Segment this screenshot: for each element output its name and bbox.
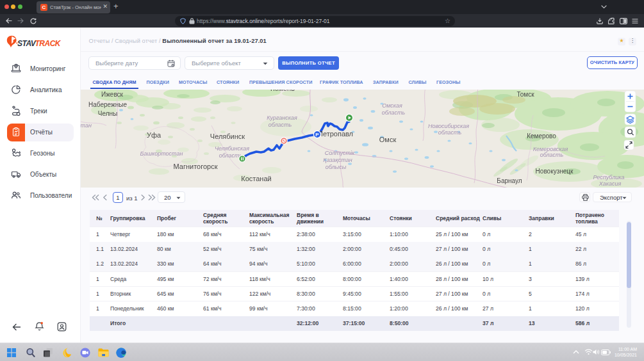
svg-text:Кемерово: Кемерово [527,132,556,140]
svg-text:Тюмень: Тюмень [269,90,295,92]
svg-text:Ижевск: Ижевск [101,91,124,98]
svg-text:Новосибирская: Новосибирская [428,123,469,129]
svg-text:P: P [315,132,319,138]
svg-text:область: область [268,122,292,128]
svg-text:область: область [382,109,406,116]
svg-text:Томск: Томск [516,91,534,98]
svg-text:Башкортостан: Башкортостан [140,150,183,157]
svg-text:Барнаул: Барнаул [497,177,522,184]
svg-text:Солтүстік: Солтүстік [325,150,355,156]
svg-text:Набережные: Набережные [88,101,127,108]
svg-text:STAV: STAV [17,39,37,48]
svg-text:Омская: Омская [382,102,402,109]
svg-text:Қазақстан: Қазақстан [323,157,352,163]
svg-text:Челябинск: Челябинск [210,132,245,140]
svg-text:Челябинская: Челябинская [215,145,249,152]
svg-text:Костанай: Костанай [241,175,271,182]
svg-text:Магнитогорск: Магнитогорск [174,163,218,170]
svg-text:TRACK: TRACK [35,39,62,48]
svg-text:Челны: Челны [98,110,117,117]
svg-text:область: область [540,152,564,158]
svg-text:Уфа: Уфа [147,131,161,139]
svg-text:облысы: облысы [326,164,347,170]
svg-text:Республика: Республика [593,174,624,180]
svg-text:Курганская: Курганская [267,115,297,121]
svg-text:Омск: Омск [379,136,397,143]
svg-text:Петропавл: Петропавл [318,130,353,138]
svg-text:Новокузнецк: Новокузнецк [536,168,574,175]
svg-text:Хакасия: Хакасия [599,180,622,187]
svg-text:область: область [438,129,462,136]
svg-text:стан: стан [81,122,92,129]
